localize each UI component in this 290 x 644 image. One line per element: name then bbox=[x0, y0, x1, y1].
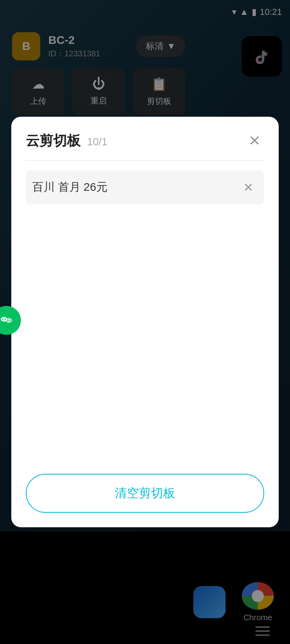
modal-count: 10/1 bbox=[87, 136, 108, 148]
modal-spacer bbox=[26, 211, 264, 464]
clear-clipboard-label: 清空剪切板 bbox=[115, 486, 175, 500]
clear-clipboard-button[interactable]: 清空剪切板 bbox=[26, 474, 264, 513]
clipboard-item[interactable]: 百川 首月 26元 ✕ bbox=[26, 170, 264, 204]
modal-close-button[interactable]: ✕ bbox=[245, 131, 264, 151]
modal-title: 云剪切板 bbox=[26, 132, 81, 150]
svg-point-5 bbox=[7, 320, 8, 321]
close-icon: ✕ bbox=[249, 132, 261, 149]
modal-divider bbox=[26, 160, 264, 161]
clipboard-modal: 云剪切板 10/1 ✕ 百川 首月 26元 ✕ 清空剪切板 bbox=[11, 117, 279, 527]
svg-point-6 bbox=[10, 320, 11, 321]
svg-point-2 bbox=[6, 318, 12, 323]
svg-point-3 bbox=[2, 319, 4, 320]
clipboard-item-text: 百川 首月 26元 bbox=[32, 180, 234, 195]
clipboard-item-remove-button[interactable]: ✕ bbox=[238, 178, 258, 197]
svg-point-4 bbox=[5, 319, 6, 320]
modal-title-row: 云剪切板 10/1 bbox=[26, 132, 108, 150]
remove-icon: ✕ bbox=[243, 180, 253, 194]
modal-header: 云剪切板 10/1 ✕ bbox=[26, 131, 264, 151]
